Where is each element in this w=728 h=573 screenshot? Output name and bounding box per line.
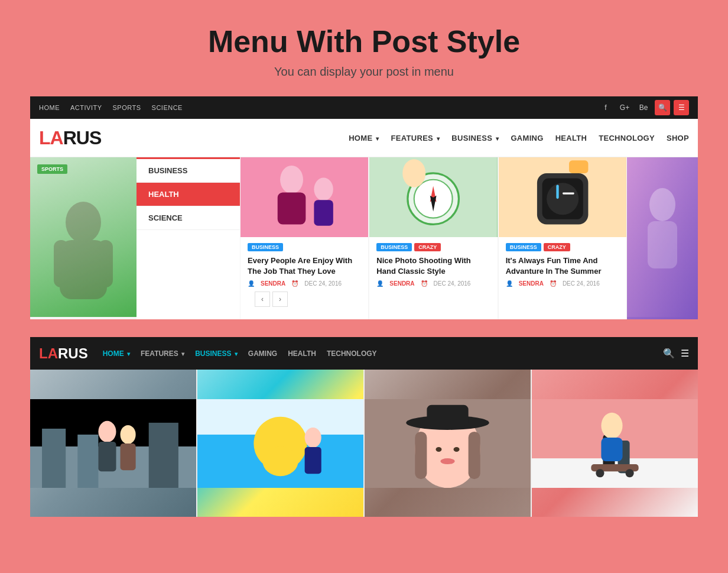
tag-business-2: BUSINESS — [376, 243, 412, 251]
second-nav-technology[interactable]: TECHNOLOGY — [327, 349, 377, 358]
pagination: ‹ › — [248, 287, 361, 312]
nav-technology[interactable]: TECHNOLOGY — [599, 134, 655, 143]
grid-card-1: BUSINESS Every People Are Enjoy With The… — [30, 370, 196, 517]
author-name-3: SENDRA — [519, 280, 544, 287]
article-title-1: Every People Are Enjoy With The Job That… — [248, 255, 361, 277]
hero-header: Menu With Post Style You can display you… — [0, 0, 728, 96]
top-bar-icons: f G+ Be 🔍 ☰ — [598, 100, 689, 115]
author-icon-1: 👤 — [248, 280, 255, 287]
article-content-1: BUSINESS Every People Are Enjoy With The… — [240, 237, 368, 316]
main-nav: LARUS HOME ▾ FEATURES ▾ BUSINESS ▾ GAMIN… — [30, 119, 698, 157]
article-content-3: BUSINESS CRAZY It's Always Fun Time And … — [499, 237, 626, 292]
second-logo[interactable]: LARUS — [39, 345, 88, 362]
svg-rect-32 — [98, 442, 116, 471]
menu-icon[interactable]: ☰ — [674, 100, 689, 115]
svg-rect-61 — [601, 438, 622, 461]
grid-card-img-3 — [365, 370, 531, 517]
article-date-2: DEC 24, 2016 — [434, 280, 471, 287]
article-title-2: Nice Photo Shooting With Hand Classic St… — [376, 255, 490, 277]
article-tags-1: BUSINESS — [248, 243, 361, 251]
svg-rect-28 — [42, 429, 66, 488]
article-tags-2: BUSINESS CRAZY — [376, 243, 490, 251]
logo-la: LA — [39, 127, 63, 148]
tag-business-1: BUSINESS — [248, 243, 283, 251]
svg-rect-30 — [149, 423, 178, 488]
svg-point-59 — [626, 469, 634, 477]
svg-rect-3 — [98, 240, 113, 287]
side-sports-image: SPORTS — [30, 157, 136, 317]
behance-icon[interactable]: Be — [636, 100, 651, 115]
second-nav-gaming[interactable]: GAMING — [248, 349, 277, 358]
dropdown-business[interactable]: BUSINESS — [136, 159, 240, 183]
svg-rect-47 — [427, 404, 468, 425]
svg-point-41 — [305, 428, 321, 448]
svg-point-52 — [440, 458, 454, 464]
svg-rect-29 — [77, 435, 98, 488]
svg-rect-6 — [278, 192, 306, 224]
article-card-3: BUSINESS CRAZY It's Always Fun Time And … — [499, 157, 626, 319]
google-plus-icon[interactable]: G+ — [617, 100, 632, 115]
logo[interactable]: LARUS — [39, 127, 101, 149]
second-menu-icon[interactable]: ☰ — [681, 348, 689, 359]
dropdown-health[interactable]: HEALTH — [136, 183, 240, 206]
grid-card-img-4 — [532, 370, 698, 517]
author-name-1: SENDRA — [261, 280, 285, 287]
content-wrapper: SPORTS BUSINESS HEALTH SCIENCE — [30, 157, 698, 319]
topbar-science[interactable]: SCIENCE — [152, 104, 183, 111]
logo-rus: RUS — [63, 127, 102, 148]
top-bar: HOME ACTIVITY SPORTS SCIENCE f G+ Be 🔍 ☰ — [30, 96, 698, 119]
nav-health[interactable]: HEALTH — [555, 134, 587, 143]
svg-point-14 — [403, 159, 426, 187]
svg-point-51 — [454, 447, 460, 452]
facebook-icon[interactable]: f — [598, 100, 613, 115]
second-nav-links: HOME ▾ FEATURES ▾ BUSINESS ▾ GAMING HEAL… — [103, 349, 648, 358]
second-nav-home[interactable]: HOME ▾ — [103, 349, 130, 358]
nav-shop[interactable]: SHOP — [667, 134, 689, 143]
svg-point-5 — [280, 166, 303, 194]
article-card-2: BUSINESS CRAZY Nice Photo Shooting With … — [369, 157, 497, 319]
dropdown-menu: BUSINESS HEALTH SCIENCE — [136, 157, 240, 319]
nav-features[interactable]: FEATURES ▾ — [391, 134, 440, 143]
main-nav-links: HOME ▾ FEATURES ▾ BUSINESS ▾ GAMING HEAL… — [349, 134, 689, 143]
svg-point-58 — [596, 469, 604, 477]
topbar-sports[interactable]: SPORTS — [113, 104, 141, 111]
page-title: Menu With Post Style — [12, 24, 716, 59]
article-img-1 — [240, 157, 368, 237]
nav-home[interactable]: HOME ▾ — [349, 134, 379, 143]
dropdown-science[interactable]: SCIENCE — [136, 206, 240, 230]
grid-card-2: CRAZY GAMING Every Photographer Needs Ti… — [197, 370, 363, 517]
topbar-home[interactable]: HOME — [39, 104, 60, 111]
svg-point-50 — [436, 447, 441, 452]
author-icon-2: 👤 — [376, 280, 384, 287]
svg-point-40 — [262, 446, 298, 476]
topbar-activity[interactable]: ACTIVITY — [70, 104, 102, 111]
article-card-1: BUSINESS Every People Are Enjoy With The… — [240, 157, 368, 319]
svg-rect-34 — [121, 443, 136, 470]
prev-page[interactable]: ‹ — [255, 292, 270, 307]
nav-business[interactable]: BUSINESS ▾ — [451, 134, 499, 143]
author-name-2: SENDRA — [389, 280, 414, 287]
clock-icon-3: ⏰ — [550, 280, 557, 287]
second-nav-features[interactable]: FEATURES ▾ — [141, 349, 184, 358]
article-title-3: It's Always Fun Time And Advanture In Th… — [506, 255, 619, 277]
tag-business-3: BUSINESS — [506, 243, 541, 251]
second-nav-health[interactable]: HEALTH — [288, 349, 316, 358]
search-icon[interactable]: 🔍 — [655, 100, 670, 115]
svg-rect-48 — [415, 432, 427, 479]
article-tags-3: BUSINESS CRAZY — [506, 243, 619, 251]
svg-point-33 — [121, 425, 136, 444]
article-card-overflow — [627, 157, 698, 319]
next-page[interactable]: › — [272, 292, 288, 307]
svg-rect-2 — [54, 240, 69, 287]
grid-card-img-1 — [30, 370, 196, 517]
second-nav: LARUS HOME ▾ FEATURES ▾ BUSINESS ▾ GAMIN… — [30, 337, 698, 370]
article-img-3 — [499, 157, 626, 237]
second-search-icon[interactable]: 🔍 — [663, 348, 675, 359]
grid-card-img-2 — [197, 370, 363, 517]
second-nav-business[interactable]: BUSINESS ▾ — [195, 349, 238, 358]
nav-gaming[interactable]: GAMING — [511, 134, 543, 143]
svg-rect-21 — [569, 160, 588, 173]
svg-point-18 — [547, 183, 578, 215]
grid-card-4: SCIENCE This Is A Great Photo And Nice S… — [532, 370, 698, 517]
article-meta-1: 👤 SENDRA ⏰ DEC 24, 2016 — [248, 280, 361, 287]
